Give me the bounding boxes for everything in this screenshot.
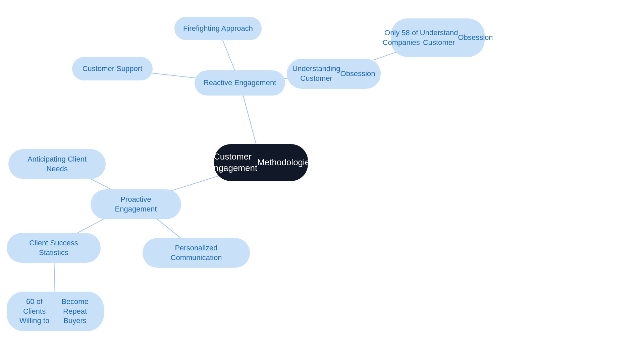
node-client_success: Client Success Statistics — [7, 233, 101, 263]
node-60clients: 60 of Clients Willing toBecome Repeat Bu… — [7, 292, 104, 331]
node-firefighting: Firefighting Approach — [174, 17, 262, 40]
mind-map: Customer EngagementMethodologiesReactive… — [0, 0, 644, 363]
node-proactive: Proactive Engagement — [91, 189, 181, 219]
node-customer_support: Customer Support — [72, 57, 153, 80]
node-anticipating: Anticipating Client Needs — [8, 149, 106, 179]
node-reactive: Reactive Engagement — [195, 70, 285, 96]
node-only58: Only 58 of CompaniesUnderstand CustomerO… — [391, 18, 485, 57]
node-personalized: Personalized Communication — [143, 238, 250, 268]
node-center: Customer EngagementMethodologies — [214, 144, 308, 181]
node-understanding: Understanding CustomerObsession — [287, 59, 381, 89]
